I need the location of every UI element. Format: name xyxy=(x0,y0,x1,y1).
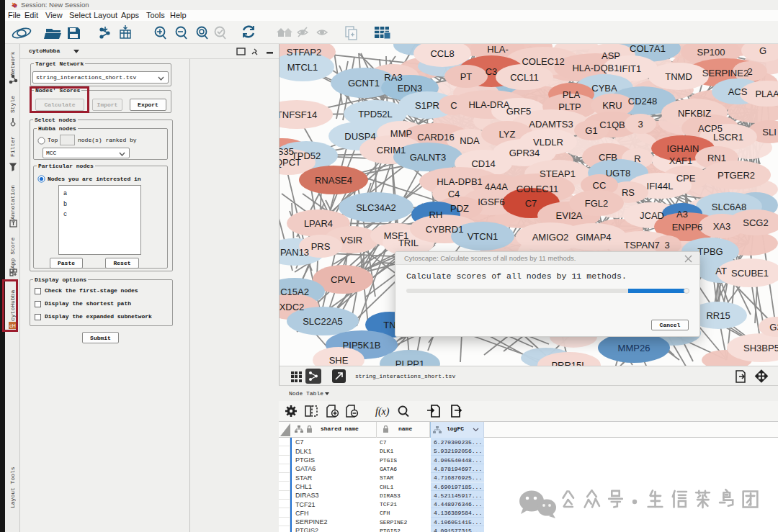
svg-text:LSCR1: LSCR1 xyxy=(713,132,743,143)
svg-text:MMP: MMP xyxy=(390,128,412,139)
svg-text:FGL2: FGL2 xyxy=(585,198,609,209)
svg-text:PRS: PRS xyxy=(311,241,331,252)
svg-text:PTGER2: PTGER2 xyxy=(717,170,755,181)
svg-text:PLA: PLA xyxy=(563,89,581,100)
svg-text:HLA-DRA: HLA-DRA xyxy=(468,99,509,110)
svg-text:TSPAN7: TSPAN7 xyxy=(624,240,660,251)
svg-text:GALNT3: GALNT3 xyxy=(410,152,447,163)
svg-text:TNFSF14: TNFSF14 xyxy=(280,109,317,120)
svg-text:HLA-DPB1: HLA-DPB1 xyxy=(437,176,483,187)
svg-text:NDA: NDA xyxy=(460,135,480,146)
svg-text:AT: AT xyxy=(715,266,727,276)
svg-text:CD14: CD14 xyxy=(471,158,495,169)
svg-text:COLEC12: COLEC12 xyxy=(522,56,564,67)
svg-text:TPD52L: TPD52L xyxy=(358,109,393,120)
svg-text:G1: G1 xyxy=(585,125,597,136)
svg-text:CPE: CPE xyxy=(676,173,696,184)
svg-text:KRU: KRU xyxy=(602,100,622,111)
svg-text:STFAP2: STFAP2 xyxy=(287,47,321,58)
svg-text:VTCN1: VTCN1 xyxy=(468,231,498,242)
svg-text:SH3BP5: SH3BP5 xyxy=(743,343,778,353)
svg-text:QPCT: QPCT xyxy=(280,157,301,168)
svg-text:GRF5: GRF5 xyxy=(506,106,532,117)
svg-text:IFIT1: IFIT1 xyxy=(620,63,641,74)
svg-text:R: R xyxy=(634,153,640,164)
svg-text:LYZ: LYZ xyxy=(499,129,516,140)
svg-text:STEAP1: STEAP1 xyxy=(540,168,576,179)
svg-text:XAF1: XAF1 xyxy=(669,155,693,166)
svg-text:RH: RH xyxy=(429,209,443,220)
svg-text:SCUBE1: SCUBE1 xyxy=(731,268,769,279)
svg-text:SCG2: SCG2 xyxy=(743,217,768,228)
svg-text:MMP26: MMP26 xyxy=(618,343,650,353)
svg-text:TRIL: TRIL xyxy=(398,238,419,248)
svg-text:MTCL1: MTCL1 xyxy=(287,62,318,73)
svg-text:IGSF6: IGSF6 xyxy=(478,197,505,207)
svg-text:CPVL: CPVL xyxy=(331,274,355,285)
svg-text:SLI: SLI xyxy=(762,127,777,137)
svg-text:PAN13: PAN13 xyxy=(280,247,309,258)
svg-text:G: G xyxy=(759,45,766,56)
svg-text:COL7A1: COL7A1 xyxy=(630,44,666,54)
svg-text:GPR34: GPR34 xyxy=(509,148,540,158)
svg-text:SERPINE2: SERPINE2 xyxy=(702,68,748,78)
svg-text:SP100: SP100 xyxy=(697,47,725,58)
svg-text:XDC2: XDC2 xyxy=(280,302,304,312)
svg-text:G3: G3 xyxy=(769,322,778,333)
svg-text:ADAMTS3: ADAMTS3 xyxy=(529,119,573,130)
svg-text:IFI44L: IFI44L xyxy=(647,181,674,191)
svg-text:EVI2A: EVI2A xyxy=(556,210,583,221)
svg-text:CCL8: CCL8 xyxy=(430,48,454,59)
svg-text:HLA-DQB1: HLA-DQB1 xyxy=(572,63,619,73)
svg-text:IGHAIN: IGHAIN xyxy=(667,143,699,154)
svg-text:XA3: XA3 xyxy=(713,221,731,232)
svg-text:DUSP4: DUSP4 xyxy=(344,131,375,142)
svg-text:CD248: CD248 xyxy=(628,96,657,107)
svg-text:CRIM1: CRIM1 xyxy=(377,145,406,155)
svg-text:CC: CC xyxy=(593,180,607,191)
svg-text:CCL11: CCL11 xyxy=(510,72,539,83)
svg-text:UGT8: UGT8 xyxy=(606,168,631,179)
svg-text:TPBG: TPBG xyxy=(697,246,723,257)
svg-text:GIMAP4: GIMAP4 xyxy=(576,232,611,243)
svg-text:CARD16: CARD16 xyxy=(417,132,454,143)
svg-text:PT: PT xyxy=(460,71,473,82)
svg-text:3: 3 xyxy=(664,240,669,251)
svg-text:COLEC11: COLEC11 xyxy=(517,184,558,194)
svg-text:PRR15L: PRR15L xyxy=(551,360,586,366)
svg-text:ASP: ASP xyxy=(602,50,620,61)
svg-text:4A4A: 4A4A xyxy=(485,181,508,192)
svg-text:SLC22A5: SLC22A5 xyxy=(303,316,343,327)
svg-text:2: 2 xyxy=(747,66,752,77)
svg-text:A3: A3 xyxy=(676,209,688,220)
svg-text:CFB: CFB xyxy=(599,152,617,163)
svg-text:HLA-: HLA- xyxy=(487,44,509,55)
svg-text:VSIR: VSIR xyxy=(341,235,362,245)
svg-text:C15A2: C15A2 xyxy=(280,287,309,297)
svg-text:VLDLR: VLDLR xyxy=(533,137,563,148)
svg-text:S1PR: S1PR xyxy=(415,100,439,111)
svg-text:C7: C7 xyxy=(525,198,537,209)
svg-text:RS: RS xyxy=(622,187,635,198)
svg-text:GCNT1: GCNT1 xyxy=(348,78,380,89)
svg-text:PLTP: PLTP xyxy=(558,102,581,112)
svg-text:CYBA: CYBA xyxy=(591,83,617,94)
svg-text:PIP5K1B: PIP5K1B xyxy=(343,340,381,351)
svg-text:C: C xyxy=(450,100,457,111)
svg-text:ENPP6: ENPP6 xyxy=(672,222,703,233)
svg-text:SLC6A8: SLC6A8 xyxy=(712,202,746,212)
svg-text:EDN3: EDN3 xyxy=(398,83,423,94)
svg-text:LPAR4: LPAR4 xyxy=(304,218,333,229)
svg-text:C1QB: C1QB xyxy=(599,120,625,130)
svg-text:PLPP1: PLPP1 xyxy=(395,359,424,366)
svg-text:RNASE4: RNASE4 xyxy=(315,175,352,186)
svg-text:AMIGO2: AMIGO2 xyxy=(532,232,569,243)
svg-text:SHE: SHE xyxy=(329,355,349,366)
svg-text:SLC34A2: SLC34A2 xyxy=(356,202,396,213)
svg-text:f(x): f(x) xyxy=(375,406,390,418)
svg-text:PDZ: PDZ xyxy=(450,203,469,214)
svg-text:TNMD: TNMD xyxy=(665,71,692,82)
svg-text:JCAD: JCAD xyxy=(640,210,664,221)
svg-text:C3: C3 xyxy=(486,66,498,77)
svg-text:CYBRD1: CYBRD1 xyxy=(426,224,464,235)
